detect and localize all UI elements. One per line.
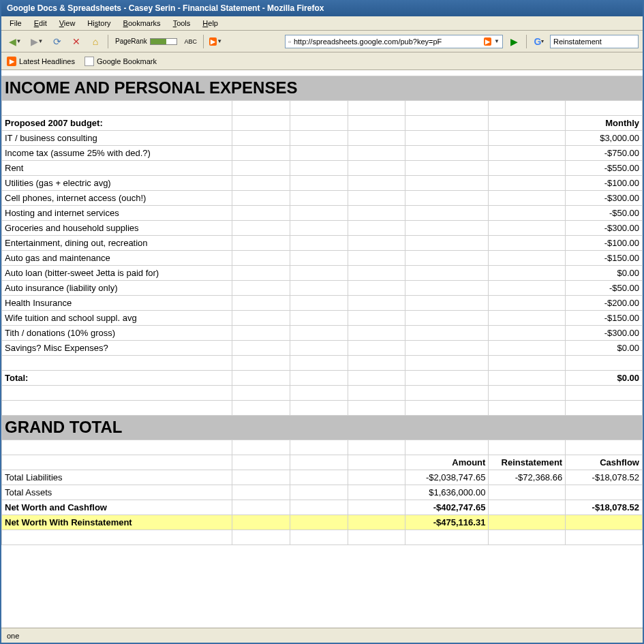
bookmarks-toolbar: ▶ Latest Headlines Google Bookmark bbox=[1, 52, 643, 70]
bookmark-latest-headlines[interactable]: ▶ Latest Headlines bbox=[7, 57, 75, 66]
monthly-header: Monthly bbox=[566, 115, 643, 130]
content-area: INCOME AND PERSONAL EXPENSES Proposed 20… bbox=[1, 70, 643, 628]
gt-label[interactable]: Total Liabilities bbox=[2, 470, 232, 485]
row-label[interactable]: Utilities (gas + electric avg) bbox=[2, 175, 232, 190]
menu-view[interactable]: View bbox=[54, 18, 81, 29]
statusbar: one bbox=[1, 628, 643, 643]
row-label[interactable]: Income tax (assume 25% with ded.?) bbox=[2, 145, 232, 160]
budget-label: Proposed 2007 budget: bbox=[2, 115, 232, 130]
row-label[interactable]: Hosting and internet services bbox=[2, 205, 232, 220]
row-label[interactable]: Groceries and household supplies bbox=[2, 220, 232, 235]
menu-help[interactable]: Help bbox=[197, 18, 224, 29]
menu-edit[interactable]: Edit bbox=[29, 18, 52, 29]
menu-file[interactable]: File bbox=[4, 18, 27, 29]
networth-rein-amount: -$475,116.31 bbox=[405, 515, 489, 530]
nav-toolbar: ◀▼ ▶▼ ⟳ ✕ ⌂ PageRank ABC ▶▼ ▫ http://spr… bbox=[1, 31, 643, 52]
window-title: Google Docs & Spreadsheets - Casey Serin… bbox=[7, 3, 324, 13]
networth-rein-label: Net Worth With Reinstatement bbox=[2, 515, 232, 530]
gt-rein[interactable]: -$72,368.66 bbox=[489, 470, 566, 485]
url-text: http://spreadsheets.google.com/pub?key=p… bbox=[294, 37, 481, 46]
url-input[interactable]: ▫ http://spreadsheets.google.com/pub?key… bbox=[285, 35, 503, 48]
reload-button[interactable]: ⟳ bbox=[49, 33, 65, 50]
row-value[interactable]: $0.00 bbox=[566, 265, 643, 280]
menubar: File Edit View History Bookmarks Tools H… bbox=[1, 16, 643, 31]
col-amount: Amount bbox=[405, 455, 489, 470]
go-icon: ▶ bbox=[510, 36, 518, 47]
window: Google Docs & Spreadsheets - Casey Serin… bbox=[0, 0, 644, 644]
networth-label: Net Worth and Cashflow bbox=[2, 500, 232, 515]
row-label[interactable]: Wife tuition and school suppl. avg bbox=[2, 310, 232, 325]
gt-cash[interactable]: -$18,078.52 bbox=[566, 470, 643, 485]
row-value[interactable]: -$550.00 bbox=[566, 160, 643, 175]
home-button[interactable]: ⌂ bbox=[87, 33, 104, 50]
pagerank-label: PageRank bbox=[115, 37, 147, 45]
status-text: one bbox=[7, 632, 19, 640]
page-icon bbox=[85, 57, 94, 66]
menu-tools[interactable]: Tools bbox=[168, 18, 196, 29]
search-engine-button[interactable]: G▾ bbox=[531, 33, 547, 50]
row-label[interactable]: Auto gas and maintenance bbox=[2, 250, 232, 265]
feed-icon[interactable]: ▶ bbox=[484, 37, 491, 46]
rss-button[interactable]: ▶▼ bbox=[208, 33, 224, 50]
row-label[interactable]: Cell phones, internet access (ouch!) bbox=[2, 190, 232, 205]
bookmark-label: Google Bookmark bbox=[97, 57, 157, 65]
titlebar[interactable]: Google Docs & Spreadsheets - Casey Serin… bbox=[1, 0, 643, 16]
go-button[interactable]: ▶ bbox=[506, 33, 522, 50]
pagerank-bar bbox=[150, 38, 177, 45]
spreadsheet[interactable]: INCOME AND PERSONAL EXPENSES Proposed 20… bbox=[1, 70, 643, 545]
menu-bookmarks[interactable]: Bookmarks bbox=[118, 18, 166, 29]
networth-cash: -$18,078.52 bbox=[566, 500, 643, 515]
row-value[interactable]: -$300.00 bbox=[566, 220, 643, 235]
total-label: Total: bbox=[2, 370, 232, 385]
row-value[interactable]: -$150.00 bbox=[566, 310, 643, 325]
page-icon: ▫ bbox=[288, 37, 291, 46]
url-dropdown-icon[interactable]: ▼ bbox=[494, 38, 500, 44]
row-value[interactable]: -$300.00 bbox=[566, 325, 643, 340]
col-reinstatement: Reinstatement bbox=[489, 455, 566, 470]
rss-icon: ▶ bbox=[209, 37, 217, 46]
row-value[interactable]: -$50.00 bbox=[566, 280, 643, 295]
col-cashflow: Cashflow bbox=[566, 455, 643, 470]
stop-button[interactable]: ✕ bbox=[68, 33, 85, 50]
row-label[interactable]: IT / business consulting bbox=[2, 130, 232, 145]
bookmark-label: Latest Headlines bbox=[19, 57, 75, 65]
forward-button[interactable]: ▶▼ bbox=[27, 33, 46, 50]
row-value[interactable]: -$750.00 bbox=[566, 145, 643, 160]
row-value[interactable]: $0.00 bbox=[566, 340, 643, 355]
gt-amount[interactable]: -$2,038,747.65 bbox=[405, 470, 489, 485]
back-button[interactable]: ◀▼ bbox=[5, 33, 25, 50]
rss-icon: ▶ bbox=[7, 57, 16, 66]
search-input[interactable] bbox=[550, 35, 639, 48]
row-label[interactable]: Savings? Misc Expenses? bbox=[2, 340, 232, 355]
separator bbox=[203, 35, 204, 48]
gt-rein[interactable] bbox=[489, 485, 566, 500]
row-value[interactable]: -$50.00 bbox=[566, 205, 643, 220]
row-value[interactable]: -$300.00 bbox=[566, 190, 643, 205]
gt-amount[interactable]: $1,636,000.00 bbox=[405, 485, 489, 500]
google-icon: G bbox=[534, 36, 542, 47]
row-label[interactable]: Health Insurance bbox=[2, 295, 232, 310]
row-value[interactable]: -$100.00 bbox=[566, 175, 643, 190]
row-label[interactable]: Tith / donations (10% gross) bbox=[2, 325, 232, 340]
gt-label[interactable]: Total Assets bbox=[2, 485, 232, 500]
row-label[interactable]: Entertainment, dining out, recreation bbox=[2, 235, 232, 250]
row-value[interactable]: -$100.00 bbox=[566, 235, 643, 250]
row-value[interactable]: -$150.00 bbox=[566, 250, 643, 265]
row-label[interactable]: Auto loan (bitter-sweet Jetta is paid fo… bbox=[2, 265, 232, 280]
total-value: $0.00 bbox=[566, 370, 643, 385]
pagerank-widget[interactable]: PageRank bbox=[112, 37, 180, 45]
networth-amount: -$402,747.65 bbox=[405, 500, 489, 515]
section-header: GRAND TOTAL bbox=[2, 415, 643, 440]
row-label[interactable]: Rent bbox=[2, 160, 232, 175]
bookmark-google[interactable]: Google Bookmark bbox=[85, 57, 157, 66]
separator bbox=[108, 35, 108, 48]
spellcheck-button[interactable]: ABC bbox=[183, 33, 199, 50]
row-value[interactable]: $3,000.00 bbox=[566, 130, 643, 145]
menu-history[interactable]: History bbox=[82, 18, 116, 29]
gt-cash[interactable] bbox=[566, 485, 643, 500]
section-header: INCOME AND PERSONAL EXPENSES bbox=[2, 76, 643, 100]
row-value[interactable]: -$200.00 bbox=[566, 295, 643, 310]
separator bbox=[526, 35, 527, 48]
row-label[interactable]: Auto insurance (liability only) bbox=[2, 280, 232, 295]
